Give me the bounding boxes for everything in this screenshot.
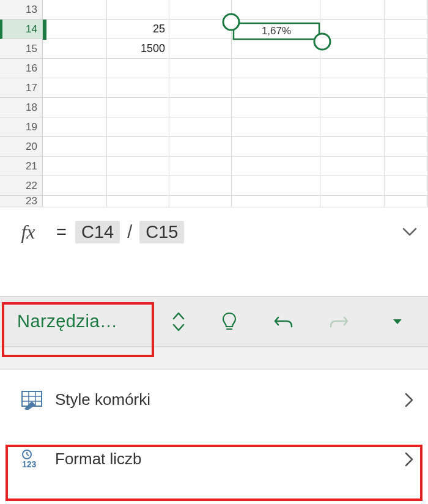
cell[interactable] [232, 59, 320, 78]
cell[interactable] [107, 117, 169, 137]
expand-collapse-button[interactable] [155, 297, 202, 346]
cell[interactable] [320, 78, 385, 98]
cell[interactable] [43, 117, 107, 137]
lightbulb-icon [221, 311, 238, 332]
cell[interactable] [385, 20, 428, 39]
cell[interactable] [385, 0, 428, 20]
cell[interactable]: 1500 [107, 39, 169, 59]
cell[interactable] [320, 117, 385, 137]
number-format-item[interactable]: 123 Format liczb [0, 429, 428, 489]
cell[interactable] [232, 157, 320, 176]
cell[interactable] [169, 117, 232, 137]
cell[interactable] [107, 78, 169, 98]
cell[interactable] [385, 59, 428, 78]
cell[interactable] [169, 39, 232, 59]
cell[interactable] [385, 39, 428, 59]
cell[interactable] [232, 0, 320, 20]
cell[interactable] [107, 137, 169, 157]
spreadsheet-grid[interactable]: 13 14 25 15 1500 16 17 18 19 [0, 0, 428, 207]
cell[interactable] [43, 157, 107, 176]
cell[interactable] [169, 0, 232, 20]
svg-line-12 [27, 454, 29, 456]
row-header[interactable]: 15 [0, 39, 43, 59]
formula-operator: / [127, 222, 132, 242]
formula-ref[interactable]: C14 [75, 221, 120, 243]
cell[interactable] [43, 39, 107, 59]
cell[interactable] [320, 196, 385, 207]
cell[interactable] [232, 39, 320, 59]
redo-button[interactable] [311, 297, 366, 346]
cell[interactable] [107, 59, 169, 78]
cell[interactable] [43, 137, 107, 157]
cell[interactable] [169, 78, 232, 98]
formula-ref[interactable]: C15 [139, 221, 184, 243]
cell[interactable] [320, 20, 385, 39]
undo-button[interactable] [256, 297, 311, 346]
row-header[interactable]: 23 [0, 196, 43, 207]
cell[interactable] [169, 137, 232, 157]
row-header[interactable]: 19 [0, 117, 43, 137]
cell[interactable] [107, 98, 169, 117]
cell[interactable] [107, 196, 169, 207]
cell[interactable] [169, 20, 232, 39]
number-format-label: Format liczb [49, 450, 405, 469]
cell[interactable] [385, 98, 428, 117]
cell[interactable] [320, 98, 385, 117]
cell[interactable] [385, 137, 428, 157]
cell[interactable] [320, 176, 385, 196]
cell[interactable] [232, 176, 320, 196]
cell-styles-item[interactable]: Style komórki [0, 370, 428, 429]
cell[interactable] [107, 157, 169, 176]
formula-input[interactable]: = C14 / C15 [56, 207, 391, 256]
more-dropdown[interactable] [366, 297, 428, 346]
cell[interactable] [320, 39, 385, 59]
ribbon-toolbar: Narzędzia… [0, 296, 428, 347]
cell[interactable] [320, 0, 385, 20]
cell[interactable] [43, 98, 107, 117]
cell[interactable] [232, 98, 320, 117]
row-header[interactable]: 21 [0, 157, 43, 176]
ideas-button[interactable] [202, 297, 256, 346]
cell[interactable] [385, 117, 428, 137]
cell[interactable] [107, 0, 169, 20]
cell[interactable] [43, 0, 107, 20]
row-header[interactable]: 16 [0, 59, 43, 78]
cell[interactable] [169, 176, 232, 196]
svg-marker-4 [393, 319, 402, 324]
cell[interactable] [232, 196, 320, 207]
cell[interactable] [43, 196, 107, 207]
cell[interactable] [43, 59, 107, 78]
cell[interactable] [107, 176, 169, 196]
cell[interactable] [232, 78, 320, 98]
row-header[interactable]: 13 [0, 0, 43, 20]
cell[interactable]: 25 [107, 20, 169, 39]
formula-bar[interactable]: fx = C14 / C15 [0, 207, 428, 296]
cell[interactable] [385, 157, 428, 176]
cell[interactable] [320, 59, 385, 78]
cell[interactable] [169, 59, 232, 78]
cell[interactable] [169, 157, 232, 176]
row-header[interactable]: 17 [0, 78, 43, 98]
selection-indicator [43, 20, 46, 40]
fx-icon[interactable]: fx [0, 207, 56, 256]
cell[interactable] [385, 78, 428, 98]
cell[interactable] [43, 20, 107, 39]
cell[interactable] [385, 176, 428, 196]
row-header[interactable]: 20 [0, 137, 43, 157]
cell[interactable] [385, 196, 428, 207]
cell[interactable] [232, 137, 320, 157]
cell[interactable] [320, 157, 385, 176]
cell[interactable] [43, 176, 107, 196]
row-header[interactable]: 14 [0, 20, 43, 39]
cell[interactable] [43, 78, 107, 98]
cell[interactable] [169, 196, 232, 207]
tools-dropdown[interactable]: Narzędzia… [0, 297, 155, 346]
chevron-down-icon [402, 228, 417, 236]
row-header[interactable]: 18 [0, 98, 43, 117]
cell[interactable] [169, 98, 232, 117]
cell[interactable] [232, 117, 320, 137]
expand-formula-button[interactable] [391, 207, 428, 256]
cell[interactable] [232, 20, 320, 39]
cell[interactable] [320, 137, 385, 157]
row-header[interactable]: 22 [0, 176, 43, 196]
